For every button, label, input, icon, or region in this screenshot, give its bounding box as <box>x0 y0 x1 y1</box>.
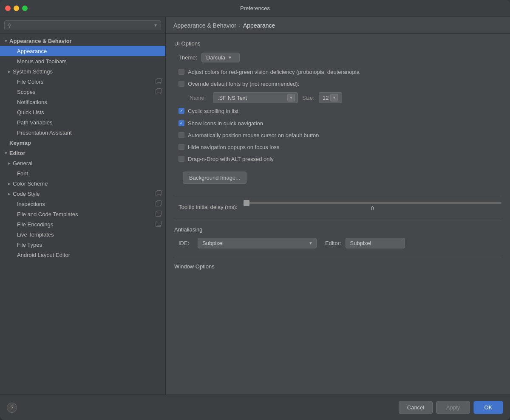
checkbox-icons[interactable] <box>178 120 184 126</box>
sidebar-item-file-types[interactable]: File Types <box>0 240 165 250</box>
checkbox-hide-nav[interactable] <box>178 144 184 150</box>
sidebar-item-system-settings[interactable]: ► System Settings <box>0 66 165 76</box>
sidebar-item-code-style[interactable]: ► Code Style <box>0 189 165 199</box>
sidebar-item-scopes[interactable]: Scopes <box>0 87 165 97</box>
search-dropdown-icon[interactable]: ▼ <box>153 23 158 28</box>
ide-aa-label: IDE: <box>178 240 193 246</box>
sidebar-item-path-variables[interactable]: Path Variables <box>0 117 165 127</box>
sidebar-label-presentation-assistant: Presentation Assistant <box>17 130 162 136</box>
search-wrapper[interactable]: ⚲ ▼ <box>4 20 161 30</box>
sidebar-item-file-encodings[interactable]: File Encodings <box>0 219 165 229</box>
sidebar-label-code-style: Code Style <box>13 191 154 197</box>
ui-options-title: UI Options <box>174 40 502 47</box>
font-name-dropdown-btn[interactable]: ▼ <box>287 94 295 101</box>
sidebar-item-android-layout-editor[interactable]: Android Layout Editor <box>0 250 165 260</box>
scopes-icon <box>154 89 162 95</box>
font-name-dropdown[interactable]: .SF NS Text ▼ <box>213 92 298 103</box>
checkbox-mouse-wrapper: Automatically position mouse cursor on d… <box>174 132 502 139</box>
sidebar-item-live-templates[interactable]: Live Templates <box>0 229 165 240</box>
theme-row: Theme: Darcula ▼ <box>174 53 502 62</box>
font-size-label: Size: <box>302 95 314 101</box>
sidebar-label-color-scheme: Color Scheme <box>13 180 162 187</box>
sidebar-item-file-colors[interactable]: File Colors <box>0 76 165 87</box>
sidebar-label-keymap: Keymap <box>9 140 162 146</box>
editor-aa-value: Subpixel <box>346 238 405 248</box>
ide-aa-dropdown-arrow: ▼ <box>309 241 313 245</box>
apply-button[interactable]: Apply <box>436 401 470 414</box>
sidebar-label-live-templates: Live Templates <box>17 231 162 238</box>
sidebar-item-font[interactable]: Font <box>0 168 165 178</box>
font-size-dropdown-btn[interactable]: ▼ <box>330 94 338 101</box>
checkbox-icons-wrapper: Show icons in quick navigation <box>174 120 502 127</box>
sidebar-label-file-colors: File Colors <box>17 79 154 85</box>
tooltip-value: 0 <box>244 206 502 211</box>
antialiasing-row: IDE: Subpixel ▼ Editor: Subpixel <box>174 238 502 248</box>
sidebar-label-file-types: File Types <box>17 242 162 248</box>
sidebar-item-menus-toolbars[interactable]: Menus and Toolbars <box>0 56 165 66</box>
checkbox-hide-nav-wrapper: Hide navigation popups on focus loss <box>174 144 502 151</box>
ide-aa-dropdown[interactable]: Subpixel ▼ <box>198 238 317 248</box>
breadcrumb-parent: Appearance & Behavior <box>173 22 236 29</box>
cancel-button[interactable]: Cancel <box>399 401 433 414</box>
checkbox-override-fonts-wrapper: Override default fonts by (not recommend… <box>174 80 502 88</box>
sidebar-tree: ▼ Appearance & Behavior Appearance Menus… <box>0 34 165 395</box>
sidebar-item-appearance[interactable]: Appearance <box>0 46 165 56</box>
close-button[interactable] <box>5 6 11 11</box>
ok-button[interactable]: OK <box>473 401 503 414</box>
sidebar-item-quick-lists[interactable]: Quick Lists <box>0 107 165 117</box>
sidebar-item-editor[interactable]: ▼ Editor <box>0 148 165 158</box>
sidebar-label-file-encodings: File Encodings <box>17 221 154 228</box>
editor-aa-label: Editor: <box>325 240 341 246</box>
checkbox-mouse-label: Automatically position mouse cursor on d… <box>188 132 319 139</box>
sidebar-label-android-layout-editor: Android Layout Editor <box>17 252 162 258</box>
bg-image-btn-wrapper: Background Image... <box>178 167 502 188</box>
sidebar-label-general: General <box>13 160 162 166</box>
sidebar-item-inspections[interactable]: Inspections <box>0 199 165 209</box>
theme-label: Theme: <box>178 54 197 61</box>
minimize-button[interactable] <box>14 6 19 11</box>
background-image-button[interactable]: Background Image... <box>183 172 246 184</box>
content-area: Appearance & Behavior › Appearance UI Op… <box>166 17 510 395</box>
inspections-icon <box>154 201 162 207</box>
sidebar-label-system-settings: System Settings <box>13 68 162 75</box>
checkbox-mouse[interactable] <box>178 132 184 138</box>
sidebar-item-file-code-templates[interactable]: File and Code Templates <box>0 209 165 219</box>
maximize-button[interactable] <box>22 6 28 11</box>
sidebar-label-file-code-templates: File and Code Templates <box>17 211 154 217</box>
file-code-templates-icon <box>154 211 162 217</box>
checkbox-cyclic-label: Cyclic scrolling in list <box>188 107 238 115</box>
theme-dropdown[interactable]: Darcula ▼ <box>201 53 240 62</box>
sidebar-label-editor: Editor <box>9 150 162 156</box>
window-options-section: Window Options <box>174 257 502 270</box>
collapse-arrow-editor: ▼ <box>3 151 9 155</box>
sidebar-item-appearance-behavior[interactable]: ▼ Appearance & Behavior <box>0 36 165 46</box>
sidebar-item-general[interactable]: ► General <box>0 158 165 168</box>
sidebar-item-notifications[interactable]: Notifications <box>0 97 165 107</box>
search-input[interactable] <box>14 22 151 28</box>
ide-aa-value: Subpixel <box>202 240 224 246</box>
sidebar-item-color-scheme[interactable]: ► Color Scheme <box>0 178 165 189</box>
antialiasing-section: Antialiasing IDE: Subpixel ▼ Editor: Sub… <box>174 220 502 248</box>
tooltip-slider[interactable] <box>244 202 502 204</box>
checkbox-redgreen[interactable] <box>178 69 184 75</box>
sidebar-label-appearance-behavior: Appearance & Behavior <box>9 38 162 44</box>
breadcrumb-current: Appearance <box>243 22 275 29</box>
checkbox-redgreen-label: Adjust colors for red-green vision defic… <box>188 68 360 76</box>
checkbox-drag[interactable] <box>178 156 184 162</box>
sidebar-item-keymap[interactable]: Keymap <box>0 138 165 148</box>
sidebar-label-inspections: Inspections <box>17 201 154 207</box>
sidebar-item-presentation-assistant[interactable]: Presentation Assistant <box>0 127 165 138</box>
sidebar-label-menus-toolbars: Menus and Toolbars <box>17 58 162 65</box>
code-style-icon <box>154 191 162 197</box>
checkbox-override-fonts[interactable] <box>178 81 184 87</box>
main-area: ⚲ ▼ ▼ Appearance & Behavior Appearance <box>0 17 510 395</box>
antialiasing-title: Antialiasing <box>174 226 502 233</box>
checkbox-cyclic-wrapper: Cyclic scrolling in list <box>174 107 502 115</box>
help-button[interactable]: ? <box>7 403 17 413</box>
tooltip-label: Tooltip initial delay (ms): <box>178 204 238 210</box>
checkbox-cyclic[interactable] <box>178 108 184 114</box>
font-size-dropdown[interactable]: 12 ▼ <box>319 92 342 103</box>
content-scroll: UI Options Theme: Darcula ▼ Adjust color… <box>166 34 510 395</box>
window-options-title: Window Options <box>174 263 502 270</box>
checkbox-redgreen-wrapper: Adjust colors for red-green vision defic… <box>174 68 502 76</box>
